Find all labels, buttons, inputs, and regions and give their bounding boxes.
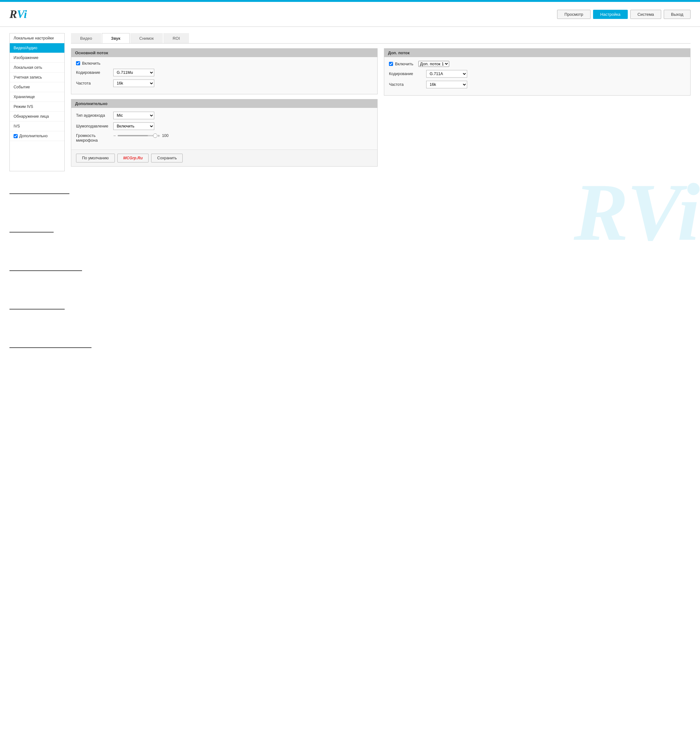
- main-content: Локальные настройки Видео/Аудио Изображе…: [0, 27, 700, 178]
- sub-stream-col: Доп. поток Включить Доп. поток 1 Доп. по…: [384, 48, 691, 171]
- sub-stream-body: Включить Доп. поток 1 Доп. поток 2 Кодир…: [384, 57, 690, 95]
- sidebar-item-event[interactable]: Событие: [10, 82, 64, 92]
- main-stream-frequency-label: Частота: [76, 81, 111, 85]
- sidebar-item-video-audio[interactable]: Видео/Аудио: [10, 43, 64, 53]
- sidebar-item-local-network[interactable]: Локальная сеть: [10, 63, 64, 73]
- sub-stream-frequency-row: Частота 8k 16k 32k 48k: [389, 81, 685, 88]
- volume-slider-container: − + 100: [113, 133, 169, 138]
- volume-slider-fill: [118, 135, 148, 136]
- tabs: Видео Звук Снимок ROI: [71, 33, 691, 44]
- noise-cancel-label: Шумоподавление: [76, 124, 111, 128]
- default-button[interactable]: По умолчанию: [76, 154, 115, 163]
- sub-stream-enable-row: Включить Доп. поток 1 Доп. поток 2: [389, 61, 685, 67]
- tab-snapshot[interactable]: Снимок: [130, 33, 163, 43]
- additional-checkbox[interactable]: [14, 134, 18, 138]
- sub-stream-frequency-select[interactable]: 8k 16k 32k 48k: [426, 81, 467, 88]
- tab-roi[interactable]: ROI: [163, 33, 189, 43]
- additional-header: Дополнительно: [71, 99, 377, 108]
- main-stream-frequency-select[interactable]: 8k 16k 32k 48k: [113, 79, 154, 87]
- nav-logout-button[interactable]: Выход: [664, 10, 691, 19]
- sidebar-item-ivs[interactable]: IVS: [10, 122, 64, 131]
- additional-box: Дополнительно Тип аудиовхода Mic Line In…: [71, 99, 378, 167]
- main-stream-encoding-select[interactable]: G.711Mu G.711A AAC: [113, 69, 154, 76]
- sidebar: Локальные настройки Видео/Аудио Изображе…: [9, 33, 65, 171]
- sidebar-item-account[interactable]: Учетная запись: [10, 73, 64, 82]
- volume-value: 100: [162, 134, 169, 138]
- volume-row: Громкость микрофона − + 100: [76, 133, 372, 143]
- logo: RVi: [9, 8, 27, 21]
- tab-video[interactable]: Видео: [71, 33, 101, 43]
- two-col-layout: Основной поток Включить Кодирование G.71…: [71, 48, 691, 171]
- audio-input-select[interactable]: Mic Line In: [113, 112, 154, 119]
- sidebar-item-storage[interactable]: Хранилище: [10, 92, 64, 102]
- sub-stream-encoding-row: Кодирование G.711Mu G.711A AAC: [389, 70, 685, 78]
- sub-stream-frequency-label: Частота: [389, 82, 424, 87]
- main-stream-enable-checkbox[interactable]: [76, 61, 80, 65]
- additional-body: Тип аудиовхода Mic Line In Шумоподавлени…: [71, 108, 377, 149]
- main-stream-box: Основной поток Включить Кодирование G.71…: [71, 48, 378, 94]
- sidebar-item-ivs-mode[interactable]: Режим IVS: [10, 102, 64, 112]
- main-stream-encoding-row: Кодирование G.711Mu G.711A AAC: [76, 69, 372, 76]
- line-4: [9, 309, 65, 310]
- header: RVi Просмотр Настройка Система Выход: [0, 2, 700, 27]
- line-5: [9, 347, 91, 348]
- main-stream-encoding-label: Кодирование: [76, 70, 111, 75]
- cancel-button[interactable]: МСGrp.Ru: [117, 154, 149, 163]
- noise-cancel-select[interactable]: Включить Выключить: [113, 122, 154, 130]
- sub-stream-header: Доп. поток: [384, 49, 690, 57]
- main-stream-col: Основной поток Включить Кодирование G.71…: [71, 48, 378, 171]
- sidebar-item-image[interactable]: Изображение: [10, 53, 64, 63]
- sidebar-item-local-settings[interactable]: Локальные настройки: [10, 33, 64, 43]
- audio-input-row: Тип аудиовхода Mic Line In: [76, 112, 372, 119]
- sub-stream-enable-checkbox[interactable]: [389, 62, 393, 66]
- nav-settings-button[interactable]: Настройка: [593, 10, 628, 19]
- tab-sound[interactable]: Звук: [102, 33, 130, 43]
- volume-slider-thumb[interactable]: [153, 134, 157, 138]
- volume-slider-track: [118, 135, 155, 136]
- sidebar-item-additional[interactable]: Дополнительно: [10, 131, 64, 141]
- nav-system-button[interactable]: Система: [630, 10, 661, 19]
- nav-preview-button[interactable]: Просмотр: [557, 10, 590, 19]
- audio-input-label: Тип аудиовхода: [76, 113, 111, 118]
- sub-stream-select[interactable]: Доп. поток 1 Доп. поток 2: [418, 61, 449, 67]
- sub-stream-box: Доп. поток Включить Доп. поток 1 Доп. по…: [384, 48, 691, 96]
- main-stream-body: Включить Кодирование G.711Mu G.711A AAC …: [71, 57, 377, 94]
- main-stream-header: Основной поток: [71, 49, 377, 57]
- volume-label: Громкость микрофона: [76, 133, 111, 143]
- sub-stream-encoding-label: Кодирование: [389, 71, 424, 76]
- line-3: [9, 271, 82, 271]
- watermark-area: RVi: [0, 178, 700, 383]
- sub-stream-encoding-select[interactable]: G.711Mu G.711A AAC: [426, 70, 467, 78]
- line-1: [9, 193, 70, 194]
- nav-buttons: Просмотр Настройка Система Выход: [557, 10, 691, 19]
- bottom-buttons: По умолчанию МСGrp.Ru Сохранить: [71, 149, 377, 166]
- sub-stream-enable-label: Включить: [395, 62, 413, 66]
- lines-section: [9, 184, 691, 376]
- save-button[interactable]: Сохранить: [151, 154, 183, 163]
- volume-increase-icon[interactable]: +: [157, 133, 160, 138]
- main-stream-enable-row: Включить: [76, 61, 372, 65]
- content-area: Видео Звук Снимок ROI Основной поток Вкл…: [71, 33, 691, 171]
- volume-decrease-icon[interactable]: −: [113, 133, 116, 138]
- line-2: [9, 232, 54, 233]
- main-stream-enable-label: Включить: [82, 61, 100, 65]
- sidebar-item-face-detect[interactable]: Обнаружение лица: [10, 112, 64, 122]
- noise-cancel-row: Шумоподавление Включить Выключить: [76, 122, 372, 130]
- main-stream-frequency-row: Частота 8k 16k 32k 48k: [76, 79, 372, 87]
